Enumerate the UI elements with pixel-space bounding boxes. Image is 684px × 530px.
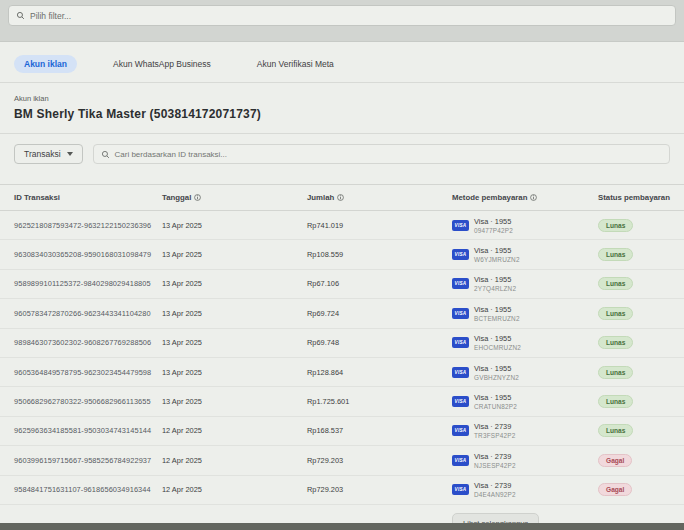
visa-card-icon: VISA (452, 278, 469, 289)
table-row[interactable]: 9630834030365208-9590168031098479 13 Apr… (0, 240, 684, 269)
tab-akun-iklan[interactable]: Akun iklan (14, 55, 77, 73)
visa-card-icon: VISA (452, 337, 469, 348)
transaction-id[interactable]: 9630834030365208-9590168031098479 (14, 250, 162, 259)
visa-card-icon: VISA (452, 425, 469, 436)
table-row[interactable]: 9605364849578795-9623023454479598 13 Apr… (0, 358, 684, 387)
transaction-id[interactable]: 9605364849578795-9623023454479598 (14, 368, 162, 377)
tab-akun-verifikasi-meta[interactable]: Akun Verifikasi Meta (247, 55, 344, 73)
transaction-amount: Rp69.724 (307, 309, 452, 318)
payment-reference: TR3FSP42P2 (474, 432, 515, 439)
visa-card-icon: VISA (452, 396, 469, 407)
transaction-amount: Rp168.537 (307, 426, 452, 435)
status-badge: Lunas (598, 424, 633, 437)
info-icon[interactable] (530, 194, 537, 201)
payment-method: VISA Visa · 1955 EHOCMRUZN2 (452, 334, 598, 351)
transaction-amount: Rp741.019 (307, 221, 452, 230)
table-row[interactable]: 9625963634185581-9503034743145144 12 Apr… (0, 417, 684, 446)
table-row[interactable]: 9584841751631107-9618656034916344 12 Apr… (0, 476, 684, 505)
payment-reference: D4E4AN92P2 (474, 491, 516, 498)
column-header-id: ID Transaksi (14, 193, 162, 202)
info-icon[interactable] (337, 194, 344, 201)
payment-method-label: Visa · 1955 (474, 246, 520, 255)
global-filter-bar: Pilih filter... (0, 0, 684, 32)
transaction-id[interactable]: 9605783472870266-9623443341104280 (14, 309, 162, 318)
table-row[interactable]: 9898463073602302-9608267769288506 13 Apr… (0, 329, 684, 358)
payment-reference: W6YJMRUZN2 (474, 256, 520, 263)
payment-method: VISA Visa · 2739 TR3FSP42P2 (452, 422, 598, 439)
column-header-amount: Jumlah (307, 193, 452, 202)
payment-reference: CRATUN82P2 (474, 403, 517, 410)
transaction-filter-row: Transaksi Cari berdasarkan ID transaksi.… (0, 134, 684, 168)
payment-method-label: Visa · 1955 (474, 275, 516, 284)
search-icon (16, 11, 25, 20)
transaction-id[interactable]: 9603996159715667-9585256784922937 (14, 456, 162, 465)
table-row[interactable]: 9605783472870266-9623443341104280 13 Apr… (0, 299, 684, 328)
payment-method-label: Visa · 2739 (474, 481, 516, 490)
tab-bar: Akun iklan Akun WhatsApp Business Akun V… (0, 42, 684, 83)
status-badge: Lunas (598, 336, 633, 349)
info-icon[interactable] (194, 194, 201, 201)
payment-method-label: Visa · 1955 (474, 393, 517, 402)
payment-method: VISA Visa · 1955 W6YJMRUZN2 (452, 246, 598, 263)
status-badge: Lunas (598, 307, 633, 320)
visa-card-icon: VISA (452, 367, 469, 378)
visa-card-icon: VISA (452, 484, 469, 495)
transaction-date: 12 Apr 2025 (162, 485, 307, 494)
payment-method: VISA Visa · 1955 GVBHZNYZN2 (452, 364, 598, 381)
status-badge: Lunas (598, 277, 633, 290)
transaction-id[interactable]: 9625218087593472-9632122150236396 (14, 221, 162, 230)
transaction-date: 13 Apr 2025 (162, 309, 307, 318)
status-badge: Lunas (598, 248, 633, 261)
filter-search-input[interactable]: Pilih filter... (8, 5, 676, 26)
payment-method-label: Visa · 1955 (474, 334, 521, 343)
screen-bottom-edge (0, 523, 684, 530)
transaction-amount: Rp67.106 (307, 279, 452, 288)
payment-reference: NJSESP42P2 (474, 462, 516, 469)
transaction-id[interactable]: 9506682962780322-9506682966113655 (14, 397, 162, 406)
transaction-id[interactable]: 9625963634185581-9503034743145144 (14, 426, 162, 435)
column-header-payment-status: Status pembayaran (598, 193, 670, 202)
payment-method-label: Visa · 2739 (474, 422, 515, 431)
transaction-date: 12 Apr 2025 (162, 456, 307, 465)
billing-card: Akun iklan Akun WhatsApp Business Akun V… (0, 41, 684, 530)
status-badge: Gagal (598, 454, 632, 467)
filter-search-placeholder: Pilih filter... (30, 11, 71, 21)
chevron-down-icon (67, 152, 73, 156)
transaction-type-dropdown[interactable]: Transaksi (14, 144, 83, 164)
transaction-amount: Rp108.559 (307, 250, 452, 259)
transaction-amount: Rp1.725.601 (307, 397, 452, 406)
payment-method-label: Visa · 1955 (474, 305, 520, 314)
transaction-date: 13 Apr 2025 (162, 397, 307, 406)
column-header-date: Tanggal (162, 193, 307, 202)
table-row[interactable]: 9603996159715667-9585256784922937 12 Apr… (0, 446, 684, 475)
transaction-date: 12 Apr 2025 (162, 426, 307, 435)
tab-akun-whatsapp-business[interactable]: Akun WhatsApp Business (103, 55, 221, 73)
transaction-id[interactable]: 9584841751631107-9618656034916344 (14, 485, 162, 494)
status-badge: Lunas (598, 395, 633, 408)
table-row[interactable]: 9589899101125372-9840298029418805 13 Apr… (0, 270, 684, 299)
table-body: 9625218087593472-9632122150236396 13 Apr… (0, 211, 684, 505)
payment-reference: EHOCMRUZN2 (474, 344, 521, 351)
payment-reference: 09477P42P2 (474, 227, 513, 234)
transaction-amount: Rp128.864 (307, 368, 452, 377)
transaction-id[interactable]: 9589899101125372-9840298029418805 (14, 279, 162, 288)
account-eyebrow: Akun iklan (14, 94, 670, 103)
payment-reference: BCTEMRUZN2 (474, 315, 520, 322)
table-row[interactable]: 9506682962780322-9506682966113655 13 Apr… (0, 387, 684, 416)
transaction-search-placeholder: Cari berdasarkan ID transaksi... (115, 150, 228, 159)
transaction-amount: Rp69.748 (307, 338, 452, 347)
transaction-date: 13 Apr 2025 (162, 250, 307, 259)
transaction-type-label: Transaksi (24, 149, 61, 159)
column-header-payment-method: Metode pembayaran (452, 193, 598, 202)
transaction-id[interactable]: 9898463073602302-9608267769288506 (14, 338, 162, 347)
table-row[interactable]: 9625218087593472-9632122150236396 13 Apr… (0, 211, 684, 240)
payment-method: VISA Visa · 2739 D4E4AN92P2 (452, 481, 598, 498)
payment-method-label: Visa · 1955 (474, 217, 513, 226)
status-badge: Lunas (598, 219, 633, 232)
transaction-search-input[interactable]: Cari berdasarkan ID transaksi... (93, 144, 670, 164)
transaction-amount: Rp729.203 (307, 485, 452, 494)
payment-method: VISA Visa · 1955 CRATUN82P2 (452, 393, 598, 410)
payment-method: VISA Visa · 1955 09477P42P2 (452, 217, 598, 234)
transaction-amount: Rp729.203 (307, 456, 452, 465)
transaction-date: 13 Apr 2025 (162, 338, 307, 347)
